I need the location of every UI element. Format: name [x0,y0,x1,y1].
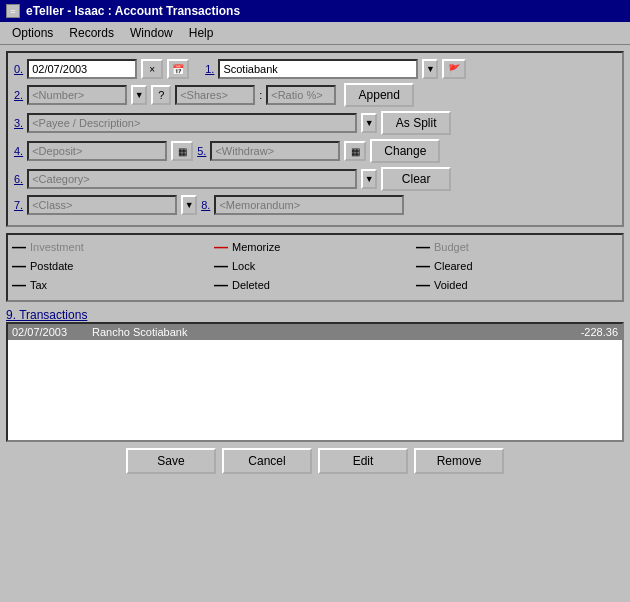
status-postdate: — Postdate [12,258,214,274]
class-dropdown-btn[interactable]: ▼ [181,195,197,215]
menu-records[interactable]: Records [61,24,122,42]
row-0-1: 0. × 📅 1. ▼ 🚩 [14,59,616,79]
label-7[interactable]: 7. [14,199,23,211]
status-cleared: — Cleared [416,258,618,274]
transactions-label-link[interactable]: 9. Transactions [6,308,624,322]
lock-label: Lock [232,260,255,272]
label-4[interactable]: 4. [14,145,23,157]
tax-label: Tax [30,279,47,291]
payee-field[interactable] [27,113,357,133]
bottom-buttons: Save Cancel Edit Remove [6,448,624,474]
deleted-dash: — [214,277,228,293]
deposit-field[interactable] [27,141,167,161]
status-row-3: — Tax — Deleted — Voided [12,277,618,293]
account-field[interactable] [218,59,418,79]
memorandum-field[interactable] [214,195,404,215]
status-voided: — Voided [416,277,618,293]
tx-date: 02/07/2003 [12,326,92,338]
status-budget: — Budget [416,239,618,255]
memorize-label: Memorize [232,241,280,253]
clear-button[interactable]: Clear [381,167,451,191]
label-6[interactable]: 6. [14,173,23,185]
withdraw-calc-btn[interactable]: ▦ [344,141,366,161]
menu-help[interactable]: Help [181,24,222,42]
cleared-label: Cleared [434,260,473,272]
edit-button[interactable]: Edit [318,448,408,474]
form-area: 0. × 📅 1. ▼ 🚩 2. ▼ ? : Append 3. [6,51,624,227]
category-dropdown-btn[interactable]: ▼ [361,169,377,189]
voided-label: Voided [434,279,468,291]
status-memorize: — Memorize [214,239,416,255]
as-split-button[interactable]: As Split [381,111,451,135]
label-5[interactable]: 5. [197,145,206,157]
main-content: 0. × 📅 1. ▼ 🚩 2. ▼ ? : Append 3. [0,45,630,480]
change-button[interactable]: Change [370,139,440,163]
deposit-calc-btn[interactable]: ▦ [171,141,193,161]
tax-dash: — [12,277,26,293]
number-dropdown-btn[interactable]: ▼ [131,85,147,105]
menu-bar: Options Records Window Help [0,22,630,45]
deleted-label: Deleted [232,279,270,291]
lock-dash: — [214,258,228,274]
memorize-dash: — [214,239,228,255]
append-button[interactable]: Append [344,83,414,107]
account-flag-btn[interactable]: 🚩 [442,59,466,79]
status-row-2: — Postdate — Lock — Cleared [12,258,618,274]
tx-desc: Rancho Scotiabank [92,326,538,338]
window-icon[interactable]: = [6,4,20,18]
payee-dropdown-btn[interactable]: ▼ [361,113,377,133]
row-4-5: 4. ▦ 5. ▦ Change [14,139,616,163]
number-help-btn[interactable]: ? [151,85,171,105]
status-tax: — Tax [12,277,214,293]
label-8[interactable]: 8. [201,199,210,211]
cancel-button[interactable]: Cancel [222,448,312,474]
save-button[interactable]: Save [126,448,216,474]
row-6: 6. ▼ Clear [14,167,616,191]
label-3[interactable]: 3. [14,117,23,129]
withdraw-field[interactable] [210,141,340,161]
menu-options[interactable]: Options [4,24,61,42]
postdate-label: Postdate [30,260,73,272]
investment-dash: — [12,239,26,255]
label-0[interactable]: 0. [14,63,23,75]
remove-button[interactable]: Remove [414,448,504,474]
status-row-1: — Investment — Memorize — Budget [12,239,618,255]
menu-window[interactable]: Window [122,24,181,42]
category-field[interactable] [27,169,357,189]
row-7-8: 7. ▼ 8. [14,195,616,215]
investment-label: Investment [30,241,84,253]
transactions-panel: 02/07/2003 Rancho Scotiabank -228.36 [6,322,624,442]
status-lock: — Lock [214,258,416,274]
date-clear-btn[interactable]: × [141,59,163,79]
row-2: 2. ▼ ? : Append [14,83,616,107]
label-2[interactable]: 2. [14,89,23,101]
voided-dash: — [416,277,430,293]
ratio-field[interactable] [266,85,336,105]
budget-label: Budget [434,241,469,253]
budget-dash: — [416,239,430,255]
account-dropdown-btn[interactable]: ▼ [422,59,438,79]
label-1[interactable]: 1. [205,63,214,75]
colon-separator: : [259,89,262,101]
cleared-dash: — [416,258,430,274]
number-field[interactable] [27,85,127,105]
class-field[interactable] [27,195,177,215]
title-bar: = eTeller - Isaac : Account Transactions [0,0,630,22]
row-3: 3. ▼ As Split [14,111,616,135]
shares-field[interactable] [175,85,255,105]
tx-amount: -228.36 [538,326,618,338]
status-deleted: — Deleted [214,277,416,293]
table-row[interactable]: 02/07/2003 Rancho Scotiabank -228.36 [8,324,622,340]
transactions-label: 9. Transactions [6,308,87,322]
status-panel: — Investment — Memorize — Budget — Postd… [6,233,624,302]
action-buttons: Append [344,83,414,107]
date-calendar-btn[interactable]: 📅 [167,59,189,79]
window-title: eTeller - Isaac : Account Transactions [26,4,240,18]
status-investment: — Investment [12,239,214,255]
postdate-dash: — [12,258,26,274]
date-field[interactable] [27,59,137,79]
